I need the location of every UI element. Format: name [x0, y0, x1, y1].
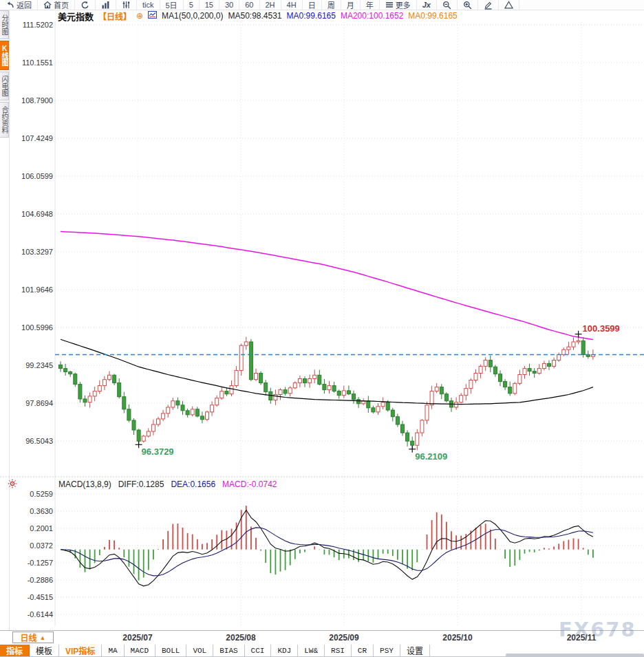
tab-vol[interactable]: VOL — [186, 645, 213, 657]
tab-cr[interactable]: CR — [352, 645, 374, 657]
candle-body — [239, 345, 243, 370]
tab-kline-chart[interactable]: K线图 — [0, 41, 9, 70]
candle-body — [523, 369, 526, 375]
main-y-axis-label: 100.5996 — [21, 323, 53, 332]
candle-body — [484, 360, 487, 367]
chart-canvas[interactable]: 111.5202110.1551108.7900107.4249106.0599… — [0, 0, 644, 630]
candle-body — [195, 409, 199, 416]
interval-day-button[interactable]: 日 — [303, 0, 322, 10]
interval-5day-button[interactable]: 5日 — [160, 0, 184, 10]
candle-body — [367, 401, 370, 408]
refresh-icon — [80, 1, 89, 10]
ma200-line — [61, 232, 593, 340]
tab-rsi[interactable]: RSI — [325, 645, 352, 657]
candle-body — [357, 400, 361, 404]
indicator-settings-button[interactable] — [116, 0, 137, 10]
macd-dea-value: DEA:0.1656 — [171, 480, 215, 489]
interval-4h-button[interactable]: 4H — [281, 0, 303, 10]
period-arrow-icon: ▲ — [40, 634, 46, 641]
candle-body — [548, 363, 551, 366]
triangle-icon — [504, 1, 513, 9]
main-y-axis-label: 96.5043 — [25, 437, 53, 445]
line-chart-mini-icon — [148, 11, 157, 21]
shapes-button[interactable] — [499, 0, 519, 10]
interval-60m-button[interactable]: 60 — [239, 0, 259, 10]
candle-body — [469, 380, 473, 389]
interval-2h-button[interactable]: 2H — [260, 0, 281, 10]
candle-body — [425, 405, 429, 420]
candle-body — [215, 398, 219, 405]
zoom-in-button[interactable] — [458, 0, 478, 10]
candle-body — [137, 430, 140, 441]
tab-settings[interactable]: 设置 — [400, 645, 430, 657]
candle-body — [83, 399, 87, 402]
ma200-value: MA200:100.1652 — [341, 11, 403, 21]
candle-body — [430, 391, 433, 405]
interval-month-button[interactable]: 月 — [341, 0, 361, 10]
main-y-axis-label: 97.8694 — [25, 399, 53, 407]
interval-5m-button[interactable]: 5 — [184, 0, 200, 10]
period-selector-button[interactable]: 日线 ▲ — [12, 632, 54, 643]
main-y-axis-label: 110.1551 — [22, 58, 53, 67]
tab-indicator[interactable]: 指标 — [0, 645, 30, 657]
tab-ma[interactable]: MA — [102, 645, 124, 657]
zoom-in-icon — [463, 1, 472, 10]
zoom-out-button[interactable] — [437, 0, 458, 10]
candle-body — [401, 424, 405, 433]
tab-contract-info[interactable]: 合约资料 — [0, 102, 9, 138]
candle-body — [230, 386, 233, 394]
back-button[interactable]: 返回 — [0, 0, 38, 10]
tab-kdj[interactable]: KDJ — [271, 645, 298, 657]
home-button-label: 首页 — [54, 0, 69, 10]
candle-body — [499, 374, 502, 382]
period-label[interactable]: 【日线】 — [98, 10, 131, 22]
tab-lightning-chart[interactable]: 闪电图 — [0, 72, 9, 100]
candle-body — [279, 390, 282, 395]
candle-body — [259, 373, 263, 383]
candle-body — [557, 354, 561, 360]
tab-time-chart[interactable]: 分时图 — [0, 10, 9, 39]
zoom-out-icon — [442, 1, 451, 10]
draw-button[interactable] — [478, 0, 499, 10]
tab-macd[interactable]: MACD — [125, 645, 155, 657]
back-button-label: 返回 — [17, 0, 32, 10]
interval-week-button[interactable]: 周 — [322, 0, 341, 10]
formula-button[interactable]: Jx — [417, 0, 437, 10]
candle-body — [337, 391, 341, 396]
tab-psy[interactable]: PSY — [374, 645, 400, 657]
interval-tick-button[interactable]: tick — [137, 0, 160, 10]
candle-body — [406, 433, 409, 441]
tab-cci[interactable]: CCI — [245, 645, 272, 657]
interval-day-button-label: 日 — [308, 0, 316, 10]
macd-header: MACD(13,8,9) DIFF:0.1285 DEA:0.1656 MACD… — [58, 480, 277, 489]
add-compare-icon[interactable]: ⊕ — [136, 11, 143, 21]
tab-vip-indicator[interactable]: VIP指标 — [59, 645, 102, 657]
top-toolbar: 返回首页tick5日51530602H4H日周月年更多Jx — [0, 0, 644, 10]
back-arrow-icon — [6, 1, 14, 9]
candle-body — [88, 396, 92, 402]
refresh-button[interactable] — [75, 0, 96, 10]
tab-template[interactable]: 模板 — [30, 645, 59, 657]
interval-month-button-label: 月 — [347, 0, 354, 10]
interval-15m-button[interactable]: 15 — [200, 0, 219, 10]
candle-body — [376, 407, 380, 412]
home-button[interactable]: 首页 — [38, 0, 75, 10]
candle-body — [460, 396, 463, 402]
candle-body — [211, 405, 214, 412]
interval-year-button[interactable]: 年 — [361, 0, 380, 10]
interval-4h-button-label: 4H — [287, 1, 297, 9]
tab-bias[interactable]: BIAS — [213, 645, 244, 657]
candle-body — [206, 412, 209, 420]
candle-body — [440, 387, 443, 394]
interval-30m-button[interactable]: 30 — [219, 0, 239, 10]
candle-body — [274, 394, 277, 400]
x-axis-strip: 日线 ▲ 2025/072025/082025/092025/102025/11 — [0, 630, 644, 645]
indicator-sun-icon[interactable] — [8, 479, 17, 491]
horizontal-scrollbar[interactable] — [506, 654, 644, 657]
main-y-axis-label: 104.6948 — [21, 210, 53, 218]
candle-body — [142, 436, 145, 441]
more-button[interactable]: 更多 — [380, 0, 417, 10]
tab-lw[interactable]: LW& — [298, 645, 325, 657]
chart-type-button[interactable] — [96, 0, 116, 10]
tab-boll[interactable]: BOLL — [155, 645, 186, 657]
